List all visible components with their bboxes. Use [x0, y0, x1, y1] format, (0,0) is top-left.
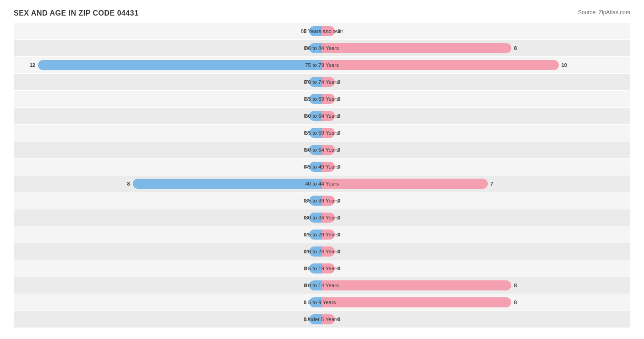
source-label: Source: ZipAtlas.com	[578, 9, 630, 16]
male-value: 0	[304, 28, 306, 34]
female-value: 0	[338, 198, 340, 203]
right-section: 0	[322, 243, 630, 260]
male-bar	[309, 263, 322, 273]
female-bar	[322, 94, 335, 104]
left-section: 8	[14, 175, 322, 192]
left-section: 0	[14, 294, 322, 311]
male-bar	[309, 213, 322, 223]
bar-row: 8740 to 44 Years	[14, 175, 630, 192]
left-section: 0	[14, 192, 322, 209]
male-bar	[309, 246, 322, 257]
right-section: 0	[322, 226, 630, 243]
right-section: 8	[322, 294, 630, 311]
right-section: 0	[322, 74, 630, 90]
male-bar	[309, 280, 322, 290]
right-section: 0	[322, 23, 630, 39]
male-value: 0	[304, 130, 306, 136]
left-section: 0	[14, 243, 322, 260]
bar-row: 0050 to 54 Years	[14, 142, 630, 158]
right-section: 0	[322, 209, 630, 226]
male-bar	[133, 179, 322, 189]
female-bar	[322, 43, 511, 53]
female-value: 0	[338, 130, 340, 136]
female-value: 0	[338, 147, 340, 153]
female-value: 0	[338, 317, 340, 322]
female-value: 0	[338, 164, 340, 170]
female-bar	[322, 280, 511, 290]
male-value: 0	[304, 79, 306, 85]
right-section: 0	[322, 125, 630, 141]
male-value: 0	[304, 283, 306, 288]
male-bar	[309, 162, 322, 172]
chart-area: 0085 Years and over0880 to 84 Years12107…	[14, 23, 630, 302]
left-section: 12	[14, 57, 322, 73]
right-section: 0	[322, 108, 630, 124]
female-value: 0	[338, 249, 340, 254]
left-section: 0	[14, 209, 322, 226]
male-value: 0	[304, 96, 306, 102]
male-bar	[309, 43, 322, 53]
bar-row: 0085 Years and over	[14, 23, 630, 39]
right-section: 8	[322, 277, 630, 294]
bar-row: 0065 to 69 Years	[14, 91, 630, 107]
male-value: 0	[304, 266, 306, 271]
female-bar	[322, 162, 335, 172]
female-bar	[322, 60, 559, 70]
right-section: 0	[322, 311, 630, 328]
right-section: 10	[322, 57, 630, 73]
female-bar	[322, 77, 335, 87]
right-section: 0	[322, 192, 630, 209]
bar-row: 0880 to 84 Years	[14, 40, 630, 56]
female-value: 0	[338, 113, 340, 119]
bar-row: 0060 to 64 Years	[14, 108, 630, 124]
male-bar	[309, 77, 322, 87]
bar-row: 00Under 5 Years	[14, 311, 630, 328]
bars-wrapper: 0085 Years and over0880 to 84 Years12107…	[14, 23, 630, 284]
left-section: 0	[14, 277, 322, 294]
female-bar	[322, 179, 488, 189]
female-value: 0	[338, 215, 340, 220]
left-section: 0	[14, 40, 322, 56]
right-section: 0	[322, 91, 630, 107]
male-value: 8	[127, 181, 130, 186]
female-bar	[322, 314, 335, 324]
female-bar	[322, 246, 335, 257]
female-value: 8	[514, 283, 517, 288]
male-bar	[309, 94, 322, 104]
male-bar	[309, 145, 322, 155]
male-value: 0	[304, 147, 306, 153]
left-section: 0	[14, 226, 322, 243]
male-value: 0	[304, 317, 306, 322]
male-value: 0	[304, 45, 306, 51]
male-bar	[309, 128, 322, 138]
male-value: 0	[304, 113, 306, 119]
male-value: 0	[304, 164, 306, 170]
female-bar	[322, 297, 511, 307]
chart-title: SEX AND AGE IN ZIP CODE 04431	[14, 9, 630, 17]
bar-row: 0810 to 14 Years	[14, 277, 630, 294]
right-section: 8	[322, 40, 630, 56]
bar-row: 0070 to 74 Years	[14, 74, 630, 90]
female-bar	[322, 213, 335, 223]
bar-row: 0055 to 59 Years	[14, 125, 630, 141]
female-value: 8	[514, 45, 517, 51]
female-bar	[322, 196, 335, 206]
left-section: 0	[14, 142, 322, 158]
female-bar	[322, 111, 335, 121]
female-bar	[322, 145, 335, 155]
female-bar	[322, 263, 335, 273]
female-value: 8	[514, 300, 517, 305]
male-bar	[309, 297, 322, 307]
female-value: 0	[338, 79, 340, 85]
male-value: 12	[30, 62, 35, 68]
right-section: 7	[322, 175, 630, 192]
male-bar	[309, 314, 322, 324]
male-value: 0	[304, 232, 306, 237]
female-value: 0	[338, 96, 340, 102]
male-bar	[309, 196, 322, 206]
bar-row: 0030 to 34 Years	[14, 209, 630, 226]
right-section: 0	[322, 260, 630, 277]
female-bar	[322, 26, 335, 36]
left-section: 0	[14, 91, 322, 107]
male-value: 0	[304, 215, 306, 220]
